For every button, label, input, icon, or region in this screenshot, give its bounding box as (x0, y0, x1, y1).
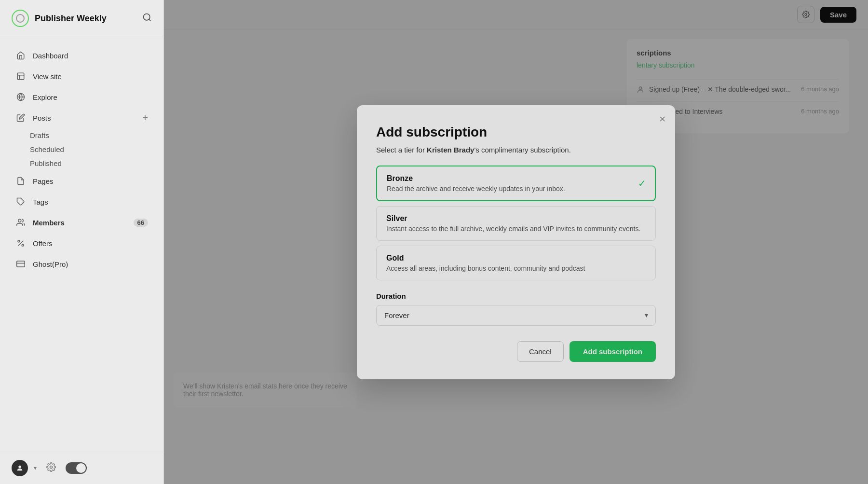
sidebar-nav: Dashboard View site Explore Posts + Draf… (0, 37, 163, 452)
tag-icon (15, 196, 26, 207)
modal-title: Add subscription (376, 124, 656, 140)
tier-bronze-desc: Read the archive and receive weekly upda… (387, 185, 645, 193)
pages-label: Pages (33, 177, 54, 185)
subtitle-suffix: 's complimentary subscription. (474, 146, 570, 154)
dashboard-label: Dashboard (33, 52, 68, 60)
subtitle-prefix: Select a tier for (376, 146, 427, 154)
sidebar-item-tags[interactable]: Tags (4, 192, 160, 212)
sidebar-header: Publisher Weekly (0, 0, 163, 37)
tier-gold-desc: Access all areas, including bonus conten… (386, 264, 646, 272)
sidebar-item-drafts[interactable]: Drafts (0, 128, 163, 142)
search-icon[interactable] (142, 13, 152, 25)
duration-label: Duration (376, 292, 656, 300)
tier-gold-name: Gold (386, 254, 646, 263)
toggle-knob (76, 463, 86, 473)
duration-select-wrapper: Forever 1 month 3 months 6 months 1 year… (376, 305, 656, 326)
svg-point-8 (18, 219, 21, 222)
tier-bronze-check-icon: ✓ (638, 178, 646, 189)
chevron-down-icon: ▾ (34, 465, 37, 471)
tier-bronze-name: Bronze (387, 174, 645, 183)
modal-subtitle: Select a tier for Kristen Brady's compli… (376, 146, 656, 154)
layout-icon (15, 71, 26, 82)
settings-gear-icon[interactable] (46, 462, 56, 474)
sidebar-bottom: ▾ (0, 452, 163, 484)
tier-silver-desc: Instant access to the full archive, week… (386, 225, 646, 233)
svg-rect-2 (17, 73, 24, 80)
sidebar-item-pages[interactable]: Pages (4, 171, 160, 191)
sidebar-item-scheduled[interactable]: Scheduled (0, 142, 163, 156)
globe-icon (15, 92, 26, 102)
home-icon (15, 50, 26, 61)
tier-silver[interactable]: Silver Instant access to the full archiv… (376, 206, 656, 241)
theme-toggle[interactable] (66, 462, 87, 474)
sidebar-item-dashboard[interactable]: Dashboard (4, 45, 160, 66)
sidebar: Publisher Weekly Dashboard View site Exp… (0, 0, 164, 484)
svg-line-9 (18, 241, 24, 246)
ghost-pro-label: Ghost(Pro) (33, 260, 68, 268)
sidebar-item-explore[interactable]: Explore (4, 87, 160, 107)
edit-icon (15, 112, 26, 123)
svg-point-15 (50, 466, 53, 469)
users-icon (15, 217, 26, 228)
svg-point-0 (144, 14, 150, 20)
sidebar-item-published[interactable]: Published (0, 156, 163, 170)
posts-label: Posts (33, 114, 51, 122)
tier-silver-name: Silver (386, 214, 646, 223)
offers-label: Offers (33, 239, 53, 248)
duration-section: Duration Forever 1 month 3 months 6 mont… (376, 292, 656, 326)
logo-inner (16, 14, 25, 23)
app-title: Publisher Weekly (35, 14, 136, 24)
modal-close-button[interactable]: × (659, 114, 665, 124)
members-badge: 66 (134, 219, 148, 227)
sidebar-item-members[interactable]: Members 66 (4, 212, 160, 233)
app-logo (12, 10, 29, 27)
add-subscription-button[interactable]: Add subscription (570, 341, 656, 362)
duration-select[interactable]: Forever 1 month 3 months 6 months 1 year (376, 305, 656, 326)
main-content: Save scriptions lentary subscription Sig… (164, 0, 868, 484)
svg-point-14 (18, 466, 21, 468)
svg-rect-12 (17, 261, 25, 267)
members-label: Members (33, 219, 65, 227)
cancel-button[interactable]: Cancel (517, 341, 564, 362)
tier-gold[interactable]: Gold Access all areas, including bonus c… (376, 246, 656, 280)
tags-label: Tags (33, 198, 48, 206)
member-name: Kristen Brady (427, 146, 474, 154)
tier-bronze[interactable]: Bronze Read the archive and receive week… (376, 166, 656, 201)
credit-card-icon (15, 259, 26, 269)
avatar[interactable] (12, 460, 28, 476)
view-site-label: View site (33, 72, 62, 81)
percent-icon (15, 238, 26, 249)
file-icon (15, 176, 26, 186)
svg-point-10 (18, 240, 20, 242)
add-subscription-modal: × Add subscription Select a tier for Kri… (357, 105, 675, 379)
svg-point-11 (22, 244, 24, 246)
sidebar-item-posts[interactable]: Posts + (4, 108, 160, 128)
sidebar-item-offers[interactable]: Offers (4, 233, 160, 253)
modal-actions: Cancel Add subscription (376, 341, 656, 362)
sidebar-item-view-site[interactable]: View site (4, 66, 160, 86)
add-post-button[interactable]: + (142, 113, 148, 123)
svg-line-1 (149, 19, 151, 21)
modal-overlay[interactable]: × Add subscription Select a tier for Kri… (164, 0, 868, 484)
explore-label: Explore (33, 93, 57, 101)
sidebar-item-ghost-pro[interactable]: Ghost(Pro) (4, 254, 160, 274)
